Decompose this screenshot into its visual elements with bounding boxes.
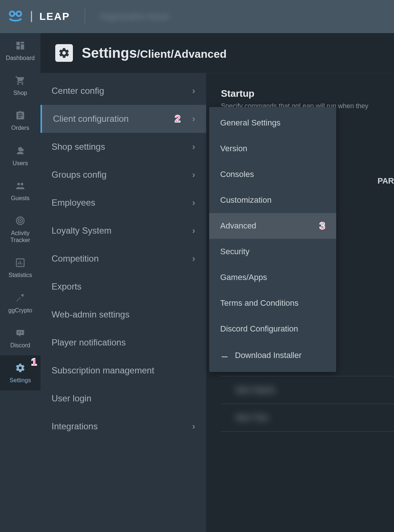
pickaxe-icon: [14, 292, 26, 304]
settings-item-label: Player notifications: [52, 337, 126, 348]
sidebar-label: Users: [13, 160, 28, 167]
cart-icon: [14, 75, 26, 86]
breadcrumb-sub2: Advanced: [174, 48, 226, 60]
submenu-item-terms[interactable]: Terms and Conditions: [209, 290, 336, 316]
table-row[interactable]: Item Two: [221, 404, 394, 432]
stats-icon: [14, 257, 26, 269]
settings-item-label: Shop settings: [52, 142, 105, 152]
annotation-2: 2: [175, 113, 180, 125]
settings-item-user-login[interactable]: User login: [41, 384, 206, 412]
sidebar-item-shop[interactable]: Shop: [0, 68, 41, 103]
settings-item-exports[interactable]: Exports: [41, 273, 206, 301]
settings-item-groups-config[interactable]: Groups config ›: [41, 161, 206, 189]
table-row[interactable]: Item Name: [221, 376, 394, 404]
svg-point-7: [21, 149, 24, 151]
svg-point-0: [10, 11, 14, 16]
logo-pipe: [31, 11, 32, 22]
sidebar-item-dashboard[interactable]: Dashboard: [0, 33, 41, 68]
submenu-item-label: Customization: [220, 195, 271, 205]
chevron-right-icon: ›: [192, 198, 195, 208]
main: Settings/Client/Advanced Center config ›…: [41, 33, 394, 532]
guests-icon: [14, 180, 26, 192]
settings-item-shop-settings[interactable]: Shop settings ›: [41, 133, 206, 161]
main-body: Center config › Client configuration 2 ›…: [41, 73, 394, 532]
submenu-item-advanced[interactable]: Advanced 3: [209, 213, 336, 239]
sidebar-item-statistics[interactable]: Statistics: [0, 250, 41, 285]
svg-rect-2: [17, 42, 20, 45]
breadcrumb-sep: /: [137, 48, 140, 60]
sidebar-label: Shop: [13, 89, 27, 96]
settings-item-competition[interactable]: Competition ›: [41, 245, 206, 273]
settings-item-label: Exports: [52, 281, 81, 292]
table-cell: Item Name: [236, 385, 275, 394]
settings-item-web-admin[interactable]: Web-admin settings: [41, 301, 206, 329]
svg-rect-3: [21, 42, 24, 44]
submenu-item-label: Games/Apps: [220, 273, 267, 282]
settings-item-label: Integrations: [52, 421, 98, 432]
sidebar-label: Guests: [11, 195, 30, 202]
breadcrumb: Settings/Client/Advanced: [82, 45, 226, 61]
chevron-right-icon: ›: [192, 86, 195, 96]
chevron-right-icon: ›: [192, 170, 195, 180]
submenu-item-games-apps[interactable]: Games/Apps: [209, 265, 336, 290]
sidebar-item-guests[interactable]: Guests: [0, 173, 41, 208]
settings-item-label: Subscription management: [52, 365, 154, 376]
submenu-item-general-settings[interactable]: General Settings: [209, 110, 336, 136]
settings-item-loyalty-system[interactable]: Loyalty System ›: [41, 217, 206, 245]
settings-item-subscription[interactable]: Subscription management: [41, 357, 206, 384]
submenu-item-customization[interactable]: Customization: [209, 187, 336, 213]
svg-rect-4: [21, 45, 24, 50]
sidebar-label: Statistics: [8, 272, 32, 279]
logo-area: LEAP Organization Name: [7, 7, 169, 26]
svg-rect-5: [17, 46, 20, 49]
sidebar-item-orders[interactable]: Orders: [0, 103, 41, 138]
svg-point-8: [17, 183, 20, 185]
settings-item-label: User login: [52, 393, 91, 404]
page-header: Settings/Client/Advanced: [41, 33, 394, 73]
sidebar-item-ggcrypto[interactable]: ggCrypto: [0, 285, 41, 320]
gear-icon: [14, 362, 26, 374]
target-icon: [14, 215, 26, 227]
sidebar-label: Orders: [11, 124, 29, 131]
submenu-item-label: Security: [220, 247, 249, 256]
sidebar: Dashboard Shop Orders Users Guests Activ…: [0, 33, 41, 532]
sidebar-item-activity[interactable]: Activity Tracker: [0, 208, 41, 250]
submenu-item-label: Advanced: [220, 221, 256, 231]
submenu-item-consoles[interactable]: Consoles: [209, 162, 336, 187]
submenu-item-discord-config[interactable]: Discord Configuration: [209, 316, 336, 342]
topbar: LEAP Organization Name: [0, 0, 394, 33]
gear-icon: [55, 44, 73, 62]
settings-item-label: Groups config: [52, 170, 106, 180]
logo-divider: [85, 8, 85, 25]
settings-item-center-config[interactable]: Center config ›: [41, 77, 206, 105]
sidebar-item-discord[interactable]: Discord: [0, 320, 41, 355]
sidebar-item-users[interactable]: Users: [0, 138, 41, 173]
settings-item-label: Web-admin settings: [52, 309, 130, 320]
submenu-item-label: Terms and Conditions: [220, 298, 299, 308]
clipboard-icon: [14, 110, 26, 121]
settings-item-player-notifications[interactable]: Player notifications: [41, 329, 206, 357]
annotation-1: 1: [31, 356, 37, 368]
submenu-item-security[interactable]: Security: [209, 239, 336, 265]
chevron-right-icon: ›: [192, 142, 195, 152]
svg-point-1: [17, 11, 21, 16]
submenu-item-download-installer[interactable]: Download Installer: [209, 342, 336, 369]
settings-item-integrations[interactable]: Integrations ›: [41, 412, 206, 440]
sidebar-label: Settings: [10, 377, 31, 384]
submenu-item-label: Download Installer: [235, 351, 302, 360]
settings-item-client-configuration[interactable]: Client configuration 2 ›: [41, 105, 206, 133]
submenu-item-label: Version: [220, 144, 247, 153]
svg-point-12: [20, 220, 21, 221]
section-title: Startup: [221, 88, 394, 99]
settings-item-employees[interactable]: Employees ›: [41, 189, 206, 217]
submenu-item-version[interactable]: Version: [209, 136, 336, 162]
chevron-right-icon: ›: [192, 421, 195, 432]
settings-item-label: Center config: [52, 86, 104, 96]
breadcrumb-root: Settings: [82, 45, 137, 61]
table-cell: Item Two: [236, 413, 268, 422]
org-name: Organization Name: [100, 12, 170, 21]
sidebar-item-settings[interactable]: Settings 1: [0, 355, 41, 390]
chevron-right-icon: ›: [192, 253, 195, 264]
discord-icon: [14, 327, 26, 339]
chevron-right-icon: ›: [192, 114, 195, 124]
